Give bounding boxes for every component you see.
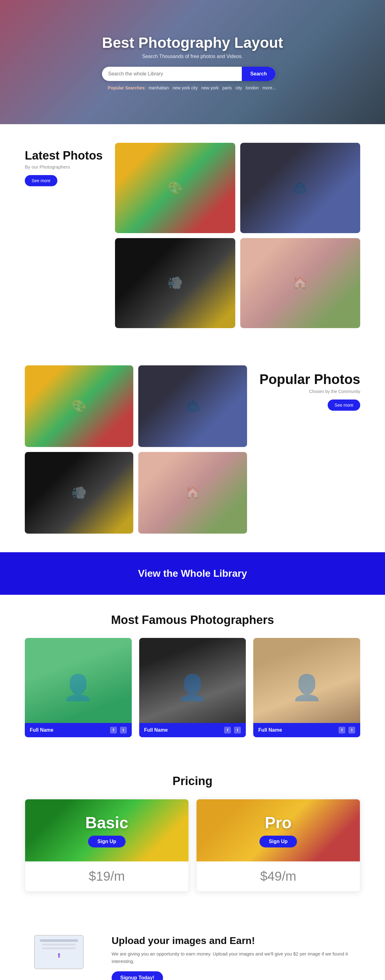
popular-photo-4[interactable]: 🏠 xyxy=(138,452,247,534)
photographer-social-2: f t xyxy=(224,727,241,733)
illus-line-1 xyxy=(40,939,78,942)
pricing-card-pro: Pro Sign Up $49/m xyxy=(196,799,360,891)
upload-heading: Upload your images and Earn! xyxy=(112,935,360,947)
popular-photos-grid: 🎨 🧥 💨 🏠 xyxy=(25,365,247,534)
latest-photos-grid: 🎨 🧥 💨 🏠 xyxy=(115,143,360,328)
popular-photos-label-block: Popular Photos Chosen by the Community S… xyxy=(260,365,360,411)
illus-line-3 xyxy=(42,947,76,949)
popular-term-3[interactable]: new york xyxy=(201,85,219,90)
photographer-tw-2[interactable]: t xyxy=(234,727,241,733)
pricing-name-basic: Basic xyxy=(85,813,128,832)
signup-today-button[interactable]: Signup Today! xyxy=(112,971,163,980)
illus-icon: ⬆ xyxy=(35,952,83,959)
photographer-name-1: Full Name xyxy=(30,727,53,733)
latest-photo-3-inner: 💨 xyxy=(115,238,235,328)
popular-photos-see-more[interactable]: See more xyxy=(328,399,360,411)
pricing-heading: Pricing xyxy=(25,775,360,788)
popular-photo-1-inner: 🎨 xyxy=(25,365,133,447)
latest-photo-4[interactable]: 🏠 xyxy=(240,238,360,328)
photographer-photo-2: 👤 xyxy=(139,638,246,737)
popular-photo-3[interactable]: 💨 xyxy=(25,452,133,534)
upload-text-block: Upload your images and Earn! We are givi… xyxy=(112,935,360,980)
popular-photo-2[interactable]: 🧥 xyxy=(138,365,247,447)
photographer-photo-1: 👤 xyxy=(25,638,132,737)
view-library-label: View the Whole Library xyxy=(138,568,247,579)
photographers-heading: Most Famous Photographers xyxy=(25,613,360,627)
popular-photos-section: 🎨 🧥 💨 🏠 Popular Photos Chosen by the Com… xyxy=(0,347,385,552)
latest-photo-2-inner: 🧥 xyxy=(240,143,360,233)
latest-photos-see-more[interactable]: See more xyxy=(25,175,57,186)
hero-section: Best Photography Layout Search Thousands… xyxy=(0,0,385,124)
photographer-name-bar-1: Full Name f t xyxy=(25,723,132,737)
latest-photo-1-inner: 🎨 xyxy=(115,143,235,233)
photographer-card-1: 👤 Full Name f t xyxy=(25,638,132,737)
search-button[interactable]: Search xyxy=(242,67,276,81)
photographer-fb-2[interactable]: f xyxy=(224,727,231,733)
pricing-price-basic: $19/m xyxy=(25,861,189,891)
pricing-signup-basic[interactable]: Sign Up xyxy=(88,836,125,848)
photographer-name-3: Full Name xyxy=(258,727,282,733)
photographer-social-1: f t xyxy=(110,727,127,733)
latest-photos-sub: By our Photographers xyxy=(25,164,103,170)
pricing-signup-pro[interactable]: Sign Up xyxy=(260,836,297,848)
search-bar: Search xyxy=(102,67,276,81)
photographer-card-3: 👤 Full Name f t xyxy=(253,638,360,737)
popular-searches: Popular Searches: manhattan new york cit… xyxy=(102,85,283,90)
popular-photo-2-inner: 🧥 xyxy=(138,365,247,447)
photographer-tw-1[interactable]: t xyxy=(120,727,127,733)
latest-photo-3[interactable]: 💨 xyxy=(115,238,235,328)
hero-subtitle: Search Thousands of free photos and Vide… xyxy=(102,54,283,59)
latest-photos-section: Latest Photos By our Photographers See m… xyxy=(0,124,385,347)
pricing-card-basic: Basic Sign Up $19/m xyxy=(25,799,189,891)
popular-photo-3-inner: 💨 xyxy=(25,452,133,534)
photographer-name-2: Full Name xyxy=(144,727,168,733)
pricing-name-pro: Pro xyxy=(265,813,292,832)
pricing-price-pro: $49/m xyxy=(196,861,360,891)
popular-term-4[interactable]: paris xyxy=(222,85,231,90)
latest-photos-label-block: Latest Photos By our Photographers See m… xyxy=(25,143,103,186)
hero-title: Best Photography Layout xyxy=(102,34,283,51)
latest-photo-2[interactable]: 🧥 xyxy=(240,143,360,233)
view-library-banner[interactable]: View the Whole Library xyxy=(0,552,385,595)
popular-photo-1[interactable]: 🎨 xyxy=(25,365,133,447)
popular-label: Popular Searches: xyxy=(108,85,146,90)
illus-line-2 xyxy=(42,944,76,945)
photographer-fb-1[interactable]: f xyxy=(110,727,117,733)
pricing-section: Pricing Basic Sign Up $19/m Pro Sign Up … xyxy=(0,756,385,910)
search-input[interactable] xyxy=(102,67,242,81)
latest-photo-4-inner: 🏠 xyxy=(240,238,360,328)
pricing-top-pro: Pro Sign Up xyxy=(196,799,360,861)
pricing-top-basic: Basic Sign Up xyxy=(25,799,189,861)
upload-section: ⬆ Upload your images and Earn! We are gi… xyxy=(0,910,385,980)
photographer-photo-3: 👤 xyxy=(253,638,360,737)
upload-description: We are giving you an opportunity to earn… xyxy=(112,950,360,965)
upload-illustration: ⬆ xyxy=(25,929,93,980)
photographers-grid: 👤 Full Name f t 👤 Full Name f t 👤 xyxy=(25,638,360,737)
photographer-card-2: 👤 Full Name f t xyxy=(139,638,246,737)
popular-photos-heading: Popular Photos xyxy=(260,372,360,387)
illus-screen: ⬆ xyxy=(34,935,84,969)
photographers-section: Most Famous Photographers 👤 Full Name f … xyxy=(0,595,385,756)
hero-content: Best Photography Layout Search Thousands… xyxy=(102,34,283,90)
photographer-name-bar-3: Full Name f t xyxy=(253,723,360,737)
photographer-fb-3[interactable]: f xyxy=(339,727,345,733)
popular-photos-sub: Chosen by the Community xyxy=(309,389,360,394)
pricing-grid: Basic Sign Up $19/m Pro Sign Up $49/m xyxy=(25,799,360,891)
latest-photos-heading: Latest Photos xyxy=(25,149,103,162)
popular-term-1[interactable]: manhattan xyxy=(149,85,169,90)
popular-term-5[interactable]: city xyxy=(236,85,242,90)
latest-photo-1[interactable]: 🎨 xyxy=(115,143,235,233)
photographer-name-bar-2: Full Name f t xyxy=(139,723,246,737)
popular-term-2[interactable]: new york city xyxy=(173,85,198,90)
popular-term-more[interactable]: more... xyxy=(263,85,276,90)
photographer-tw-3[interactable]: t xyxy=(349,727,355,733)
popular-term-6[interactable]: london xyxy=(246,85,259,90)
photographer-social-3: f t xyxy=(339,727,355,733)
popular-photo-4-inner: 🏠 xyxy=(138,452,247,534)
